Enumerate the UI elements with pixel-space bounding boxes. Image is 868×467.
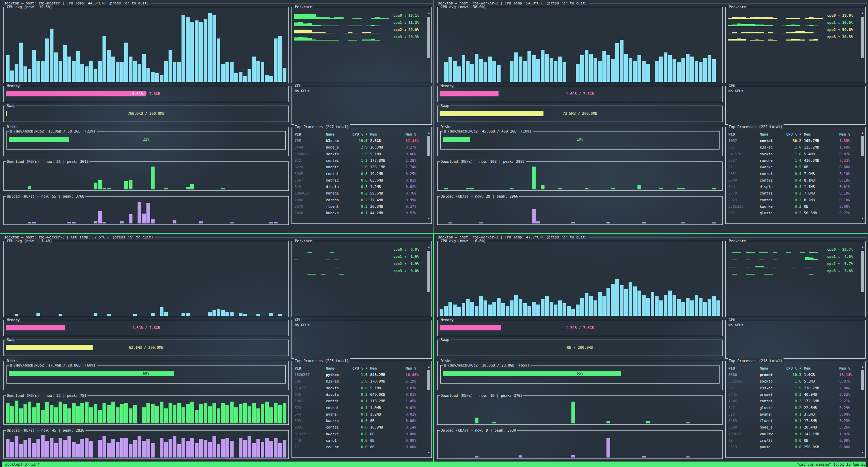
status-session-window[interactable]: [socktop] 0:fish* (2, 462, 40, 467)
per-core-scrollbar[interactable]: ▲ (427, 245, 430, 315)
download-title: Download (KB/s) — now: 36 | peak: 3615 (6, 159, 90, 164)
process-row[interactable]: 1037contai30.2105.7MB1.35% (728, 138, 858, 144)
chart-bar (681, 302, 685, 316)
process-row[interactable]: 3963fluent0.117.8MB0.23% (728, 418, 858, 424)
process-row[interactable]: 5067ranche1.4416.3MB5.33% (728, 157, 858, 164)
process-row[interactable]: 5905contai0.819.2MB0.25% (295, 171, 425, 177)
process-row[interactable]: 449card1-0.00B0.00% (295, 437, 425, 444)
process-row[interactable]: 3444node_e2.920.8MB0.27% (295, 144, 425, 151)
process-row[interactable]: 5879fluent0.220.8MB0.27% (295, 203, 425, 210)
scrollbar-thumb[interactable] (427, 136, 430, 156)
bars-chart (440, 167, 720, 189)
process-scrollbar[interactable]: ▲▼ (427, 131, 430, 220)
chart-bar (23, 66, 27, 82)
process-row[interactable]: 795k3s-se19.02.5GB32.48% (295, 138, 425, 144)
process-row[interactable]: 807gluste0.256.5MB0.72% (728, 210, 858, 216)
chart-bar (269, 222, 273, 223)
scrollbar-thumb[interactable] (861, 370, 864, 390)
scrollbar-thumb[interactable] (861, 17, 864, 58)
process-row[interactable]: 17rcu_pr0.00B0.00% (295, 444, 425, 450)
process-row[interactable]: 1884629manage0.259.6MB0.76% (295, 190, 425, 197)
process-row[interactable]: 315379kworke0.00B0.00% (295, 431, 425, 437)
memory-title: Memory (6, 317, 21, 322)
process-row[interactable]: 849displa0.31.2MB0.02% (295, 184, 425, 190)
process-row[interactable]: 544avahi-0.11.2MB0.02% (295, 411, 425, 418)
scroll-up-icon[interactable]: ▲ (861, 11, 864, 14)
process-row[interactable]: 844displa0.41.1MB0.01% (728, 184, 858, 190)
pane-rpi-master[interactable]: socktop — host: rpi-master | CPU Temp: 4… (0, 0, 433, 233)
chart-bar (629, 58, 632, 82)
process-scrollbar[interactable]: ▲▼ (861, 365, 864, 454)
process-row[interactable]: 2923contai0.28.2MB0.10% (728, 197, 858, 203)
process-row[interactable]: 972contai1.2177.8MB2.28% (295, 157, 425, 164)
process-row[interactable]: 817k3s-ag1.5218.7MB2.80% (728, 385, 858, 391)
process-row[interactable]: 3415788sockto1.65.4MB0.07% (728, 151, 858, 157)
process-row[interactable]: 1998005sockto1.95.1MB0.06% (295, 151, 425, 157)
process-row[interactable]: 82kworke0.50B0.00% (728, 164, 858, 170)
process-row[interactable]: 1896155vaultw0.1142.1MB1.82% (728, 431, 858, 437)
process-row[interactable]: 1001contai0.1113.2MB1.45% (295, 398, 425, 404)
per-core-scrollbar[interactable]: ▲ (861, 245, 864, 315)
scroll-up-icon[interactable]: ▲ (861, 131, 864, 134)
scroll-up-icon[interactable]: ▲ (427, 131, 430, 134)
scrollbar-thumb[interactable] (427, 17, 430, 58)
chart-bar (142, 441, 146, 457)
pane-divider-vertical-bottom[interactable] (433, 234, 434, 462)
process-row[interactable]: 822gluste0.222.6MB0.29% (728, 405, 858, 411)
process-row[interactable]: 69irq/270.00B0.00% (728, 437, 858, 444)
process-row[interactable]: 3313pause0.0256.0KB0.00% (728, 444, 858, 450)
scroll-up-icon[interactable]: ▲ (861, 245, 864, 248)
process-row[interactable]: 674mosqui0.11.0MB0.01% (295, 405, 425, 411)
process-row[interactable]: 796k3s-ag1.0170.9MB2.19% (295, 378, 425, 385)
process-row[interactable]: 836displa0.2640.0KB0.01% (295, 391, 425, 398)
scroll-down-icon[interactable]: ▼ (861, 451, 864, 454)
scrollbar-thumb[interactable] (427, 370, 430, 390)
disk-pct-label: 10% (443, 137, 717, 142)
process-cpu: 0.1 (351, 398, 367, 404)
process-row[interactable]: 2991contai0.010.9MB0.14% (295, 424, 425, 431)
pane-rpi-worker-1[interactable]: socktop — host: rpi-worker-1 | CPU Temp:… (434, 234, 868, 462)
scroll-down-icon[interactable]: ▼ (861, 217, 864, 220)
process-row[interactable]: 7458kube-s0.144.2MB0.57% (295, 210, 425, 216)
process-row[interactable]: 801k3s-ag2.0125.2MB1.60% (728, 144, 858, 151)
process-row[interactable]: 2879contai0.27.8MB0.10% (728, 190, 858, 197)
chart-bar (448, 57, 452, 82)
process-row[interactable]: 2806coredn0.277.4MB0.99% (295, 197, 425, 203)
process-scrollbar[interactable]: ▲▼ (427, 365, 430, 454)
scroll-up-icon[interactable]: ▲ (427, 245, 430, 248)
chart-bar (182, 313, 185, 316)
process-row[interactable]: 2851contai0.47.9MB0.10% (728, 171, 858, 177)
chart-bar (615, 43, 619, 82)
scroll-down-icon[interactable]: ▼ (427, 451, 430, 454)
process-row[interactable]: 5441promet0.340.9MB0.52% (728, 391, 858, 398)
bars-chart (440, 246, 720, 316)
scrollbar-thumb[interactable] (861, 136, 864, 156)
process-row[interactable]: 2840contai0.48.1MB0.10% (728, 177, 858, 184)
per-core-scrollbar[interactable]: ▲ (861, 11, 864, 81)
process-cpu: 1.0 (351, 164, 367, 170)
pane-rpi-worker-3[interactable]: socktop — host: rpi-worker-3 | CPU Temp:… (0, 234, 433, 462)
process-row[interactable]: 7567metric0.663.6MB0.81% (295, 177, 425, 184)
scroll-up-icon[interactable]: ▲ (427, 365, 430, 368)
process-row[interactable]: 5380promet10.31.0GB13.14% (728, 372, 858, 378)
scrollbar-thumb[interactable] (861, 251, 864, 292)
scroll-up-icon[interactable]: ▲ (427, 11, 430, 14)
process-scrollbar[interactable]: ▲▼ (861, 131, 864, 220)
process-row[interactable]: 3029280sockto1.65.3MB0.07% (728, 378, 858, 385)
process-row[interactable]: 1046contai0.2172.6MB2.21% (728, 398, 858, 404)
process-row[interactable]: 6220adapte1.0136.1MB1.74% (295, 164, 425, 170)
process-row[interactable]: 314735sockto0.85.1MB0.07% (295, 385, 425, 391)
per-core-scrollbar[interactable]: ▲ (427, 11, 430, 81)
process-row[interactable]: 3385223kworke0.20B0.00% (728, 203, 858, 210)
process-row[interactable]: 516avahi-0.13.5MB0.04% (728, 411, 858, 418)
process-row[interactable]: 1520267python1.6848.2MB10.86% (295, 372, 425, 378)
chart-bar (160, 438, 163, 458)
scrollbar-thumb[interactable] (427, 251, 430, 292)
pane-divider-horizontal[interactable] (0, 233, 868, 234)
pane-rpi-worker-2[interactable]: socktop — host: rpi-worker-2 | CPU Temp:… (434, 0, 868, 233)
pane-divider-vertical-top[interactable] (433, 0, 434, 233)
scroll-up-icon[interactable]: ▲ (861, 365, 864, 368)
process-row[interactable]: 3880node_e0.120.4MB0.26% (728, 424, 858, 431)
scroll-down-icon[interactable]: ▼ (427, 217, 430, 220)
process-row[interactable]: 393kworke0.00B0.00% (295, 418, 425, 424)
